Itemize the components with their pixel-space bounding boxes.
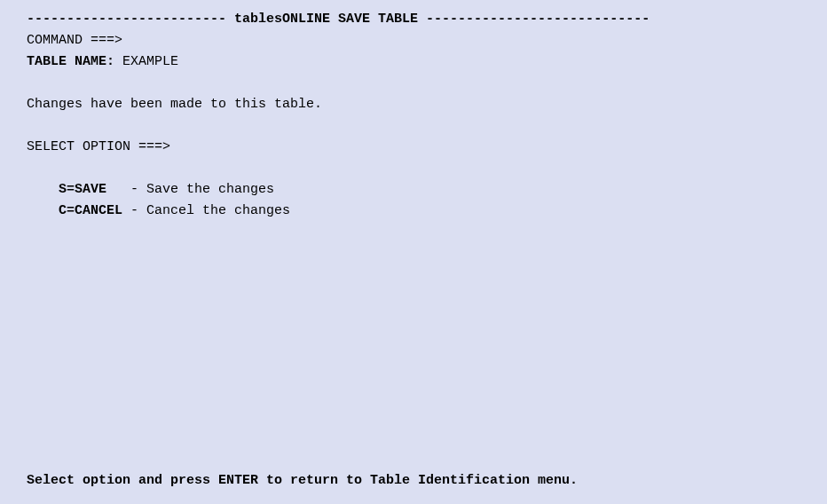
option-desc: - Save the changes [122, 182, 274, 197]
option-desc: - Cancel the changes [122, 203, 290, 218]
table-name-row: TABLE NAME: EXAMPLE [27, 51, 800, 73]
screen-title-row: ------------------------- tablesONLINE S… [27, 9, 800, 30]
option-key: C=CANCEL [59, 203, 122, 218]
option-cancel: C=CANCEL - Cancel the changes [59, 201, 800, 222]
command-row: COMMAND ===> [27, 30, 800, 51]
option-save: S=SAVE - Save the changes [59, 179, 800, 201]
footer-instruction: Select option and press ENTER to return … [27, 470, 578, 492]
options-list: S=SAVE - Save the changes C=CANCEL - Can… [59, 179, 800, 222]
changes-message: Changes have been made to this table. [27, 94, 800, 115]
select-option-row: SELECT OPTION ===> [27, 137, 800, 158]
dash-right: ---------------------------- [418, 12, 650, 27]
dash-left: ------------------------- [27, 12, 234, 27]
select-option-label: SELECT OPTION ===> [27, 139, 170, 154]
table-name-label: TABLE NAME: [27, 54, 114, 69]
command-label: COMMAND ===> [27, 33, 122, 48]
option-key: S=SAVE [59, 182, 122, 197]
screen-title: tablesONLINE SAVE TABLE [234, 12, 418, 27]
table-name-value: EXAMPLE [114, 54, 178, 69]
